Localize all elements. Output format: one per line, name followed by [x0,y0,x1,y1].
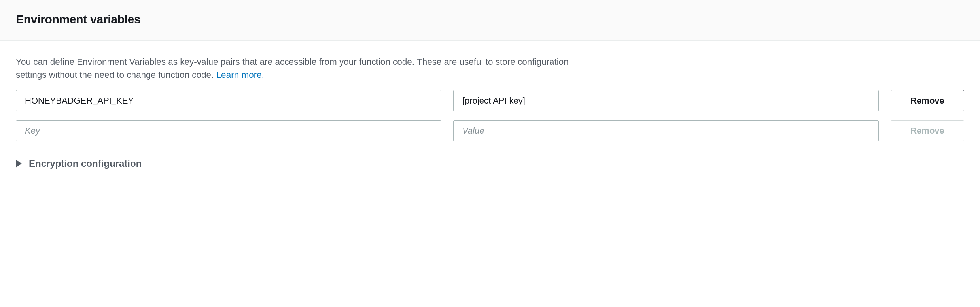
env-value-input[interactable] [453,90,879,111]
remove-button[interactable]: Remove [891,90,964,111]
env-var-row: Remove [16,120,964,141]
panel-title: Environment variables [16,13,964,26]
panel-header: Environment variables [0,0,980,41]
description-body: You can define Environment Variables as … [16,57,569,80]
description-text: You can define Environment Variables as … [16,56,585,81]
encryption-config-expander[interactable]: Encryption configuration [16,158,964,169]
remove-button: Remove [891,120,964,141]
learn-more-link[interactable]: Learn more. [216,70,264,80]
env-var-row: Remove [16,90,964,111]
env-key-input[interactable] [16,90,441,111]
env-var-rows: Remove Remove [16,90,964,141]
panel-body: You can define Environment Variables as … [0,41,980,180]
encryption-config-label: Encryption configuration [29,158,142,169]
caret-right-icon [16,160,22,168]
env-key-input[interactable] [16,120,441,141]
env-value-input[interactable] [453,120,879,141]
